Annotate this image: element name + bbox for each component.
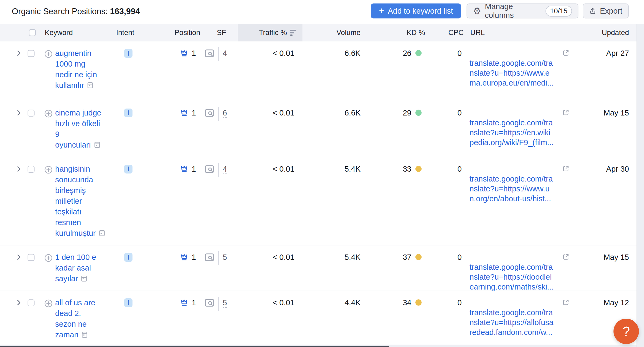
position-value: 1 <box>192 48 196 59</box>
serp-snapshot-icon[interactable] <box>81 331 88 338</box>
url-link[interactable]: translate.google.com/tra nslate?u=https:… <box>469 59 554 87</box>
intent-badge-informational[interactable]: I <box>124 109 132 117</box>
horizontal-scrollbar[interactable] <box>0 346 389 347</box>
export-button[interactable]: Export <box>583 3 629 18</box>
expand-chevron-icon[interactable] <box>15 165 22 173</box>
select-all-checkbox[interactable] <box>29 29 36 36</box>
sf-count-link[interactable]: 5 <box>223 298 227 308</box>
kd-value: 34 <box>375 297 411 308</box>
external-link-icon[interactable] <box>562 165 570 172</box>
kd-difficulty-dot <box>415 110 422 116</box>
updated-date: Apr 30 <box>589 164 629 174</box>
url-link[interactable]: translate.google.com/tra nslate?u=https:… <box>469 118 554 147</box>
position-cell: 1 <box>180 107 196 118</box>
serp-snapshot-icon[interactable] <box>93 141 101 149</box>
add-keyword-icon[interactable] <box>44 165 53 174</box>
add-keyword-icon[interactable] <box>44 49 53 59</box>
serp-preview-icon[interactable] <box>204 298 214 307</box>
position-cell: 1 <box>180 252 196 263</box>
position-value: 1 <box>192 107 196 118</box>
table-row: cinema judge hızlı ve öfkeli 9 oyuncular… <box>0 101 637 157</box>
row-checkbox[interactable] <box>28 50 35 57</box>
column-header-intent[interactable]: Intent <box>116 24 134 41</box>
updated-date: Apr 27 <box>589 48 629 59</box>
serp-snapshot-icon[interactable] <box>98 229 106 237</box>
volume-value: 4.4K <box>319 297 361 308</box>
external-link-icon[interactable] <box>562 253 570 261</box>
column-header-cpc[interactable]: CPC <box>428 24 464 41</box>
cpc-value: 0 <box>434 48 462 59</box>
keyword-link[interactable]: hangisinin sonucunda birleşmiş milletler… <box>55 164 109 238</box>
row-checkbox[interactable] <box>28 110 35 117</box>
row-checkbox[interactable] <box>28 299 35 306</box>
kd-difficulty-dot <box>415 166 422 172</box>
external-link-icon[interactable] <box>562 109 570 116</box>
external-link-icon[interactable] <box>562 49 570 57</box>
intent-badge-informational[interactable]: I <box>124 253 132 262</box>
url-link[interactable]: translate.google.com/tra nslate?u=https:… <box>469 175 553 203</box>
sf-count-link[interactable]: 6 <box>223 109 227 118</box>
traffic-value: < 0.01 <box>254 164 294 174</box>
cpc-value: 0 <box>434 164 462 174</box>
add-to-keyword-list-button[interactable]: + Add to keyword list <box>371 3 461 18</box>
divider <box>218 251 219 265</box>
serp-preview-icon[interactable] <box>204 49 214 58</box>
column-header-updated[interactable]: Updated <box>589 24 629 41</box>
url-link[interactable]: translate.google.com/tra nslate?u=https:… <box>469 263 554 291</box>
column-header-kd[interactable]: KD % <box>385 24 425 41</box>
help-button[interactable]: ? <box>613 319 639 344</box>
sf-count-link[interactable]: 5 <box>223 253 227 262</box>
intent-badge-informational[interactable]: I <box>124 49 132 58</box>
position-value: 1 <box>192 252 196 263</box>
sf-count-link[interactable]: 4 <box>223 49 227 58</box>
position-value: 1 <box>192 164 196 174</box>
kd-value: 37 <box>375 252 411 263</box>
keyword-link[interactable]: cinema judge hızlı ve öfkeli 9 oyuncular… <box>55 107 109 150</box>
table-body: augmentin 1000 mg nedir ne için kullanıl… <box>0 41 637 345</box>
serp-snapshot-icon[interactable] <box>86 82 94 89</box>
results-count: 163,994 <box>110 7 140 16</box>
row-checkbox[interactable] <box>28 254 35 261</box>
serp-preview-icon[interactable] <box>204 109 214 117</box>
table-row: 1 den 100 e kadar asal sayılar I 1 5 < 0… <box>0 245 637 291</box>
column-header-url[interactable]: URL <box>470 24 485 41</box>
position-cell: 1 <box>180 48 196 59</box>
external-link-icon[interactable] <box>562 299 570 306</box>
expand-chevron-icon[interactable] <box>15 253 22 261</box>
column-header-keyword[interactable]: Keyword <box>45 24 73 41</box>
sf-cell: 6 <box>223 107 227 118</box>
position-cell: 1 <box>180 297 196 308</box>
add-keyword-icon[interactable] <box>44 109 53 118</box>
sf-count-link[interactable]: 4 <box>223 165 227 174</box>
expand-chevron-icon[interactable] <box>15 49 22 57</box>
top-bar: Organic Search Positions: 163,994 + Add … <box>0 0 644 24</box>
serp-snapshot-icon[interactable] <box>80 275 88 282</box>
column-header-position[interactable]: Position <box>161 24 200 41</box>
row-checkbox[interactable] <box>28 166 35 173</box>
column-header-volume[interactable]: Volume <box>321 24 361 41</box>
volume-value: 5.4K <box>319 164 361 174</box>
add-keyword-icon[interactable] <box>44 299 53 308</box>
export-label: Export <box>600 7 622 16</box>
column-header-sf[interactable]: SF <box>217 24 226 41</box>
keyword-link[interactable]: 1 den 100 e kadar asal sayılar <box>55 252 109 284</box>
sort-descending-icon <box>290 30 296 36</box>
traffic-value: < 0.01 <box>254 48 294 59</box>
keyword-link[interactable]: augmentin 1000 mg nedir ne için kullanıl… <box>55 48 109 91</box>
intent-badge-informational[interactable]: I <box>124 165 132 174</box>
serp-preview-icon[interactable] <box>204 253 214 262</box>
column-header-traffic[interactable]: Traffic % <box>238 24 302 41</box>
intent-badge-informational[interactable]: I <box>124 298 132 307</box>
expand-chevron-icon[interactable] <box>15 299 22 306</box>
divider <box>218 107 219 121</box>
volume-value: 6.6K <box>319 107 361 118</box>
table-row: all of us are dead 2. sezon ne zaman I 1… <box>0 291 637 345</box>
manage-columns-button[interactable]: ⚙ Manage columns 10/15 <box>467 3 578 18</box>
updated-date: May 12 <box>589 297 629 308</box>
add-keyword-icon[interactable] <box>44 253 53 263</box>
url-link[interactable]: translate.google.com/tra nslate?u=https:… <box>469 308 554 337</box>
serp-preview-icon[interactable] <box>204 165 214 174</box>
crown-icon <box>180 298 188 307</box>
keyword-link[interactable]: all of us are dead 2. sezon ne zaman <box>55 297 109 340</box>
expand-chevron-icon[interactable] <box>15 109 22 117</box>
